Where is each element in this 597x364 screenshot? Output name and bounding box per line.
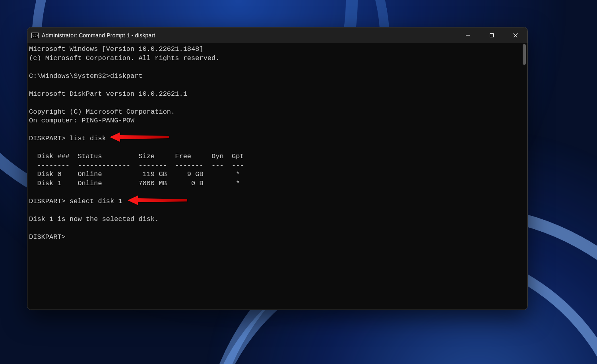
terminal-line: C:\Windows\System32>diskpart <box>29 72 143 80</box>
titlebar[interactable]: C:\ Administrator: Command Prompt 1 - di… <box>27 27 527 43</box>
window-title: Administrator: Command Prompt 1 - diskpa… <box>42 32 155 39</box>
disk-table-row: Disk 1 Online 7800 MB 0 B * <box>29 180 240 187</box>
scrollbar-thumb[interactable] <box>523 44 526 65</box>
terminal-content[interactable]: Microsoft Windows [Version 10.0.22621.18… <box>27 43 527 310</box>
svg-text:C:\: C:\ <box>33 34 39 37</box>
terminal-line: (c) Microsoft Corporation. All rights re… <box>29 54 219 62</box>
disk-table-row: Disk 0 Online 119 GB 9 GB * <box>29 170 240 178</box>
terminal-command: DISKPART> list disk <box>29 135 106 142</box>
svg-rect-3 <box>490 34 494 37</box>
terminal-line: On computer: PING-PANG-POW <box>29 117 134 124</box>
terminal-line: Microsoft Windows [Version 10.0.22621.18… <box>29 45 204 53</box>
terminal-result: Disk 1 is now the selected disk. <box>29 215 159 223</box>
command-prompt-window: C:\ Administrator: Command Prompt 1 - di… <box>27 27 528 310</box>
command-prompt-icon: C:\ <box>31 33 39 38</box>
terminal-prompt: DISKPART> <box>29 233 66 241</box>
disk-table-header: Disk ### Status Size Free Dyn Gpt <box>29 153 244 160</box>
scrollbar[interactable] <box>522 44 526 306</box>
maximize-button[interactable] <box>480 27 504 43</box>
terminal-line: Microsoft DiskPart version 10.0.22621.1 <box>29 90 187 98</box>
disk-table-rule: -------- ------------- ------- ------- -… <box>29 162 244 169</box>
minimize-button[interactable] <box>456 27 480 43</box>
terminal-line: Copyright (C) Microsoft Corporation. <box>29 108 175 116</box>
terminal-command: DISKPART> select disk 1 <box>29 197 122 205</box>
close-button[interactable] <box>504 27 527 43</box>
